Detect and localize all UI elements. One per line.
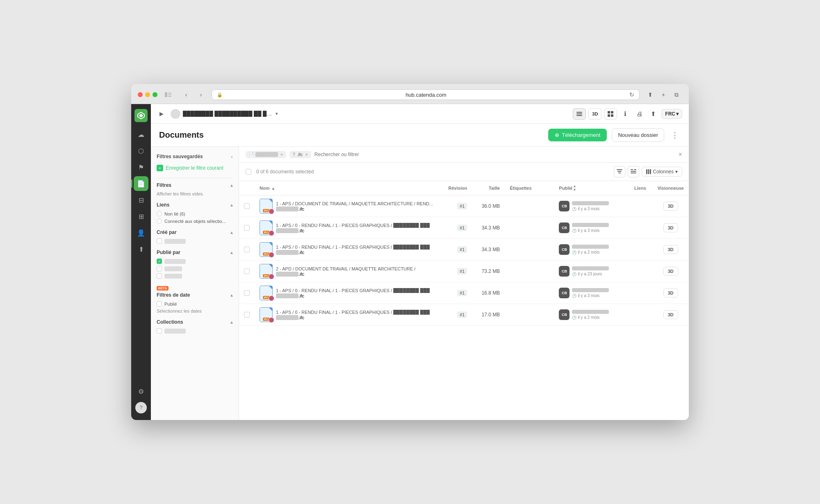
3d-view-button[interactable]: 3D [588,108,601,120]
publie-par-item-1[interactable] [157,266,233,271]
sidebar-icon-cloud[interactable]: ☁ [134,127,148,142]
filtres-toggle[interactable]: ▴ [230,182,233,188]
sidebar-icon-documents[interactable]: 📄 [134,176,148,191]
publie-date-filter[interactable]: Publié [157,301,233,306]
publie-par-item-0[interactable]: ✓ [157,259,233,264]
cree-par-toggle[interactable]: ▴ [230,229,233,235]
sidebar-toggle-icon[interactable] [162,89,174,100]
th-taille[interactable]: Taille [472,181,505,195]
publie-par-checkbox-0[interactable]: ✓ [157,259,162,264]
reload-icon[interactable]: ↻ [629,91,634,98]
row-checkbox-1[interactable] [244,225,250,231]
help-button[interactable]: ? [135,402,147,413]
collapse-filters-button[interactable]: ‹ [231,153,233,160]
3d-viewer-button-0[interactable]: 3D [663,202,678,211]
publie-name-2 [572,245,609,249]
sidebar-icon-issues[interactable]: ⚑ [134,160,148,175]
info-button[interactable]: ℹ [620,108,631,120]
project-selector[interactable]: ████████ ██████████ ██ ██████ ██████ ▾ [171,109,278,119]
filter-chip-ext[interactable]: T .ifc × [289,151,311,158]
publie-date-checkbox[interactable] [157,301,162,306]
sidebar-icon-history[interactable]: ⊟ [134,193,148,207]
cree-par-item[interactable] [157,238,233,244]
tab-overview-icon[interactable]: ⧉ [671,89,682,100]
clear-filter-button[interactable]: × [679,151,682,158]
print-button[interactable]: 🖨 [633,108,645,120]
row-checkbox-2[interactable] [244,247,250,252]
sidebar-icon-models[interactable]: ⬡ [134,143,148,158]
forward-button[interactable]: › [195,89,207,100]
row-etiquettes-cell [505,217,554,239]
th-nom[interactable]: Nom [255,181,439,195]
th-publie[interactable]: Publié ▴ ▾ [554,181,628,195]
publie-par-toggle[interactable]: ▴ [230,250,233,255]
non-lie-radio[interactable] [157,211,162,216]
3d-viewer-button-1[interactable]: 3D [663,223,678,232]
filter-chip-ext-close[interactable]: × [305,152,308,157]
selection-count: 0 of 6 documents selected [256,169,609,175]
collection-checkbox[interactable] [157,328,162,334]
3d-viewer-button-3[interactable]: 3D [663,267,678,276]
grid-view-button[interactable] [604,108,617,120]
3d-viewer-button-4[interactable]: 3D [663,288,678,297]
fullscreen-button[interactable] [153,92,157,97]
share-icon[interactable]: ⬆ [645,89,656,100]
row-checkbox-0[interactable] [244,203,250,209]
publie-par-item-2[interactable] [157,273,233,279]
columns-button[interactable]: Colonnes ▾ [642,167,682,177]
sidebar-icon-scans[interactable]: ⊞ [134,209,148,224]
collection-item[interactable] [157,328,233,334]
language-selector[interactable]: FRC ▾ [661,109,682,119]
connecte-filter[interactable]: Connecté aux objets sélectio... [157,218,233,224]
app-logo[interactable] [134,109,148,122]
share-button[interactable]: ⬆ [647,108,659,120]
list-view-button[interactable] [573,108,586,120]
sidebar-icon-settings[interactable]: ⚙ [134,384,148,399]
address-bar[interactable]: hub.catenda.com [225,92,627,98]
file-overlay-4 [269,295,274,301]
search-input[interactable] [314,152,675,157]
new-folder-button[interactable]: Nouveau dossier [612,128,664,142]
select-all-checkbox[interactable] [246,169,251,175]
row-checkbox-4[interactable] [244,290,250,296]
expand-sidebar-button[interactable]: ▶ [157,110,166,118]
close-button[interactable] [138,92,143,97]
sidebar-icon-members[interactable]: 👤 [134,225,148,240]
row-etiquettes-cell [505,282,554,304]
th-visionneuse[interactable]: Visionneuse [652,181,689,195]
publie-par-checkbox-2[interactable] [157,273,162,279]
connecte-radio[interactable] [157,218,162,224]
date-toggle[interactable]: ▴ [230,292,233,298]
sidebar-icon-upload[interactable]: ⬆ [134,242,148,257]
file-ext-1: .ifc [276,228,430,233]
liens-toggle[interactable]: ▴ [230,202,233,208]
select-dates-link[interactable]: Sélectionnez les dates [157,309,233,313]
row-checkbox-5[interactable] [244,312,250,318]
save-filter-link[interactable]: + Enregistrer le filtre courant [157,165,233,171]
more-options-button[interactable]: ⋮ [669,129,681,141]
minimize-button[interactable] [145,92,150,97]
th-liens[interactable]: Liens [628,181,652,195]
filter-chip-type[interactable]: 📄 ██████ × [246,151,286,158]
publie-par-checkbox-1[interactable] [157,266,162,271]
upload-button[interactable]: ⊕ Téléchargement [548,129,607,141]
cree-par-checkbox[interactable] [157,238,162,244]
row-checkbox-3[interactable] [244,268,250,274]
collections-toggle[interactable]: ▴ [230,319,233,325]
filter-chip-type-close[interactable]: × [280,152,283,157]
connecte-label: Connecté aux objets sélectio... [164,219,226,224]
th-etiquettes[interactable]: Étiquettes [505,181,554,195]
back-button[interactable]: ‹ [180,89,192,100]
plus-icon: ⊕ [555,132,559,138]
row-publie-cell: CB 🕐 il y a 2 mois [554,239,628,261]
svg-rect-1 [168,93,171,93]
row-liens-cell [628,217,652,239]
3d-viewer-button-2[interactable]: 3D [663,245,678,254]
filter-sort-button[interactable] [628,166,639,177]
non-lie-filter[interactable]: Non lié (6) [157,211,233,216]
th-revision[interactable]: Révision [439,181,472,195]
3d-viewer-button-5[interactable]: 3D [663,310,678,319]
add-bookmark-icon[interactable]: + [658,89,669,100]
sort-button[interactable] [614,166,625,177]
file-path-2: 1 - APS / 0 - RENDU FINAL / 1 - PIECES G… [276,245,430,250]
